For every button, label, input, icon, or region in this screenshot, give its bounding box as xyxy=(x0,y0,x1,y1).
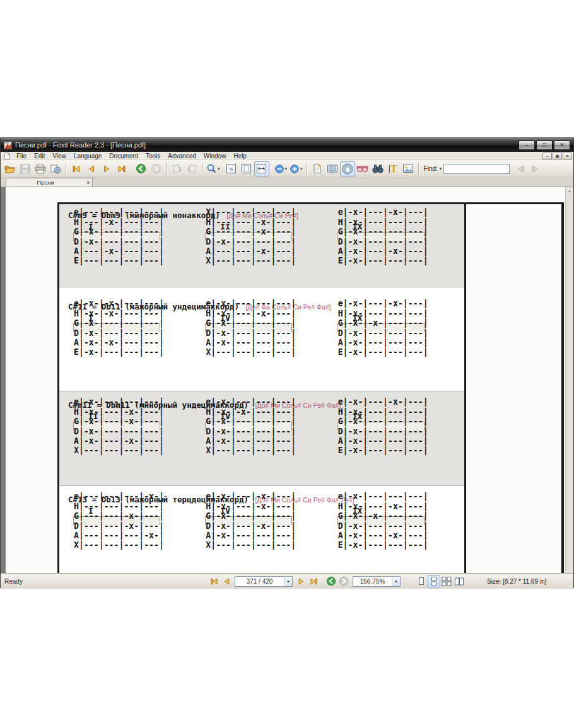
actual-size-icon: % xyxy=(226,163,237,174)
find-tool-button[interactable] xyxy=(370,161,385,176)
chord-diagram: IX e|-x-|---|-x-|---| H|-x-|---|---|---|… xyxy=(332,222,464,241)
page-number-combo[interactable]: 371 / 420 ▾ xyxy=(235,576,293,587)
open-folder-icon xyxy=(4,164,16,174)
chord-section: C#m11 = Dbm11 (минорный ундецимаккорд) [… xyxy=(59,391,464,486)
zoom-tool-button[interactable]: ▾ xyxy=(205,161,221,176)
next-view-icon xyxy=(339,576,349,586)
app-icon xyxy=(4,141,12,149)
fit-page-button[interactable] xyxy=(239,161,254,176)
menu-window[interactable]: Window xyxy=(200,153,230,159)
menu-tools[interactable]: Tools xyxy=(142,153,164,159)
status-first-page-button[interactable] xyxy=(208,575,220,587)
window-title: Песни.pdf - Foxit Reader 2.3 - [Песни.pd… xyxy=(15,141,517,149)
menu-edit[interactable]: Edit xyxy=(30,153,49,159)
actual-size-button[interactable]: % xyxy=(224,161,239,176)
mdi-close-button[interactable]: ✕ xyxy=(563,153,572,159)
zoom-in-icon xyxy=(290,164,300,174)
tab-lines: X|---|---|---|---| H|---|---|-x-|---| G|… xyxy=(205,232,292,241)
menu-document[interactable]: Document xyxy=(105,153,142,159)
chevron-down-icon: ▾ xyxy=(285,166,288,171)
find-next-button[interactable] xyxy=(528,161,543,176)
chevron-down-icon: ▾ xyxy=(300,166,303,171)
chevron-down-icon[interactable]: ▾ xyxy=(284,577,292,586)
hand-tool-button[interactable] xyxy=(340,161,355,176)
status-last-page-button[interactable] xyxy=(307,575,320,587)
zoom-in-button[interactable]: ▾ xyxy=(288,161,304,176)
single-page-layout-button[interactable] xyxy=(415,575,428,587)
continuous-layout-button[interactable] xyxy=(428,575,440,587)
zoom-level-combo[interactable]: 156.75% ▾ xyxy=(353,576,401,587)
close-button[interactable]: ✕ xyxy=(554,141,570,150)
next-page-icon xyxy=(297,577,305,586)
next-view-button[interactable] xyxy=(148,161,163,176)
chevron-down-icon[interactable]: ▾ xyxy=(440,166,442,171)
first-page-button[interactable] xyxy=(69,161,84,176)
mdi-restore-button[interactable]: ▣ xyxy=(553,153,562,159)
statusbar: Ready 371 / 420 ▾ xyxy=(1,573,573,589)
select-text-button[interactable]: T xyxy=(385,161,401,176)
tab-songs[interactable]: Песни ✕ xyxy=(6,178,93,187)
email-button[interactable] xyxy=(48,161,63,176)
fit-width-icon xyxy=(256,163,267,174)
magnifier-icon xyxy=(206,163,217,174)
next-page-button[interactable] xyxy=(99,161,114,176)
continuous-facing-layout-button[interactable] xyxy=(453,575,466,587)
facing-pages-icon xyxy=(442,577,452,586)
facing-layout-button[interactable] xyxy=(440,575,453,587)
print-button[interactable] xyxy=(33,161,48,176)
maximize-button[interactable]: □ xyxy=(536,141,553,150)
titlebar: Песни.pdf - Foxit Reader 2.3 - [Песни.pd… xyxy=(1,138,573,152)
previous-page-button[interactable] xyxy=(84,161,99,176)
tab-close-icon[interactable]: ✕ xyxy=(85,180,92,186)
zoom-level: 156.75% xyxy=(353,578,392,585)
chord-section: C#m9 = Dbm9 (минорный нонаккорд) [До# Ми… xyxy=(59,204,464,287)
find-previous-button[interactable] xyxy=(513,161,528,176)
printer-icon xyxy=(35,164,46,174)
chevron-down-icon[interactable]: ▾ xyxy=(392,577,400,586)
fit-width-button[interactable] xyxy=(254,161,269,176)
tab-lines: e|-x-|---|---|---| H|-x-|-x-|---|---| G|… xyxy=(205,422,292,430)
tab-lines: e|---|---|---|-x-| H|---|---|---|---| G|… xyxy=(73,516,160,525)
page-select-icon xyxy=(312,163,322,174)
rotate-right-button[interactable] xyxy=(184,161,199,176)
page-indicator: 371 / 420 xyxy=(235,578,284,585)
loupe-tool-button[interactable] xyxy=(355,161,370,176)
chord-diagrams-row: II e|-x-|---|---|---| H|-x-|---|-x-|---|… xyxy=(68,412,464,430)
hand-tool-icon xyxy=(342,163,353,175)
last-page-button[interactable] xyxy=(114,161,129,176)
zoom-out-button[interactable]: ▾ xyxy=(273,161,289,176)
open-button[interactable] xyxy=(3,161,18,176)
minimize-button[interactable]: – xyxy=(518,141,535,150)
single-page-icon xyxy=(417,577,426,586)
svg-text:T: T xyxy=(390,164,397,174)
screenshot-canvas: Песни.pdf - Foxit Reader 2.3 - [Песни.pd… xyxy=(0,0,574,728)
find-next-icon xyxy=(530,165,541,173)
menu-file[interactable]: File xyxy=(13,153,30,159)
menubar: File Edit View Language Document Tools A… xyxy=(1,152,573,160)
find-input[interactable] xyxy=(443,164,510,174)
rotate-left-button[interactable] xyxy=(169,161,184,176)
zoom-out-icon xyxy=(274,164,284,174)
tab-lines: e|-x-|---|-x-|---| H|-x-|---|---|---| G|… xyxy=(337,323,425,332)
document-area[interactable]: C#m9 = Dbm9 (минорный нонаккорд) [До# Ми… xyxy=(1,187,573,573)
status-previous-page-button[interactable] xyxy=(220,575,233,587)
previous-view-button[interactable] xyxy=(133,161,148,176)
rotate-right-icon xyxy=(187,164,197,174)
status-next-page-button[interactable] xyxy=(295,575,307,587)
eyeglasses-icon xyxy=(356,165,368,173)
menu-language[interactable]: Language xyxy=(70,153,106,159)
status-previous-view-button[interactable] xyxy=(325,575,337,587)
menu-view[interactable]: View xyxy=(49,153,70,159)
snapshot-button[interactable] xyxy=(325,161,340,176)
vertical-scrollbar[interactable]: ▲ xyxy=(565,187,573,573)
tab-lines: e|-x-|---|-x-|---| H|-x-|---|-x-|---| G|… xyxy=(205,516,292,525)
menu-help[interactable]: Help xyxy=(230,153,250,159)
mdi-minimize-button[interactable]: – xyxy=(542,153,552,159)
menu-advanced[interactable]: Advanced xyxy=(164,153,199,159)
select-text-page-button[interactable] xyxy=(310,161,325,176)
status-next-view-button[interactable] xyxy=(337,575,350,587)
select-image-button[interactable] xyxy=(401,161,416,176)
save-button[interactable] xyxy=(18,161,33,176)
scroll-up-icon[interactable]: ▲ xyxy=(566,187,573,195)
save-icon xyxy=(20,164,30,174)
